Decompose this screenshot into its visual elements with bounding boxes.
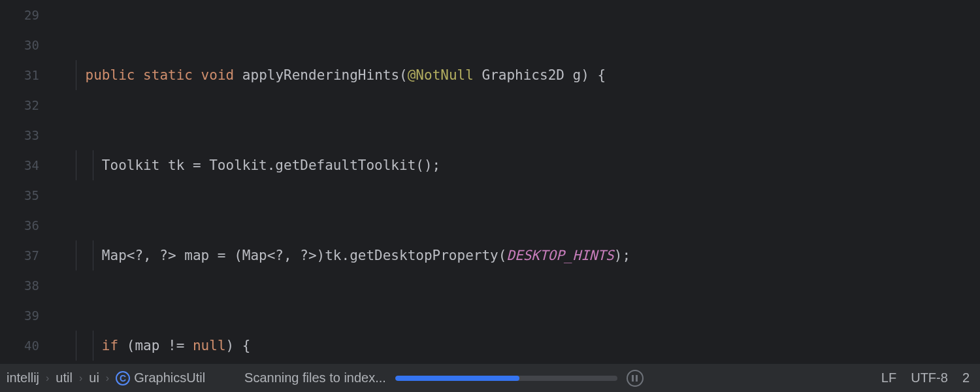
line-number: 32 [0, 90, 39, 120]
line-number: 37 [0, 240, 39, 270]
indexing-status: Scanning files to index... [244, 370, 881, 387]
status-right: LF UTF-8 2 [881, 370, 973, 385]
breadcrumb-item-intellij[interactable]: intellij [7, 370, 39, 385]
code-line[interactable]: Map<?, ?> map = (Map<?, ?>)tk.getDesktop… [52, 240, 980, 270]
line-ending-indicator[interactable]: LF [881, 370, 896, 385]
code-line[interactable]: Toolkit tk = Toolkit.getDefaultToolkit()… [52, 150, 980, 180]
line-number: 40 [0, 331, 39, 361]
line-number: 35 [0, 180, 39, 210]
line-number: 38 [0, 270, 39, 301]
tab-size-indicator[interactable]: 2 [962, 370, 970, 385]
line-number: 31 [0, 60, 39, 90]
chevron-right-icon: › [106, 372, 109, 384]
indexing-label[interactable]: Scanning files to index... [244, 370, 386, 385]
line-number: 34 [0, 150, 39, 180]
code-line[interactable]: public static void applyRenderingHints(@… [52, 60, 980, 90]
breadcrumb-item-ui[interactable]: ui [89, 370, 99, 385]
pause-icon [632, 375, 638, 382]
line-number: 39 [0, 301, 39, 331]
progress-fill [395, 376, 519, 381]
line-number: 30 [0, 30, 39, 60]
indexing-progress[interactable] [395, 376, 617, 381]
line-number-gutter: 29 30 31 32 33 34 35 36 37 38 39 40 [0, 0, 52, 363]
code-content[interactable]: public static void applyRenderingHints(@… [52, 0, 980, 363]
chevron-right-icon: › [46, 372, 49, 384]
status-bar: intellij › util › ui › C GraphicsUtil Sc… [0, 363, 980, 392]
chevron-right-icon: › [79, 372, 82, 384]
breadcrumb-item-class[interactable]: C GraphicsUtil [116, 370, 205, 385]
line-number: 33 [0, 120, 39, 150]
code-line[interactable]: if (map != null) { [52, 331, 980, 361]
pause-button[interactable] [627, 370, 644, 387]
line-number: 36 [0, 210, 39, 240]
line-number: 29 [0, 0, 39, 30]
breadcrumb-class-label: GraphicsUtil [134, 370, 205, 385]
class-icon: C [116, 371, 130, 385]
code-editor[interactable]: 29 30 31 32 33 34 35 36 37 38 39 40 publ… [0, 0, 980, 363]
breadcrumb: intellij › util › ui › C GraphicsUtil [7, 370, 205, 385]
encoding-indicator[interactable]: UTF-8 [911, 370, 948, 385]
breadcrumb-item-util[interactable]: util [56, 370, 73, 385]
